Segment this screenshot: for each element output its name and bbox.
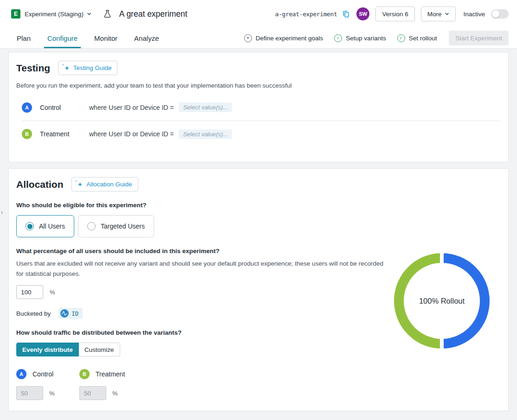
percent-sign: %	[49, 390, 55, 397]
segment-evenly-distribute[interactable]: Evenly distribute	[16, 343, 79, 356]
environment-badge: E	[11, 9, 20, 19]
flask-icon	[103, 9, 112, 19]
variant-name: Treatment	[96, 370, 125, 378]
testing-section-title: Testing	[16, 63, 50, 74]
environment-name: Experiment (Staging)	[25, 11, 84, 18]
radio-card-label: Targeted Users	[101, 223, 145, 230]
value-select-control[interactable]: Select value(s)...	[179, 102, 232, 112]
active-toggle[interactable]	[491, 9, 509, 19]
chevron-down-icon	[87, 12, 91, 16]
radio-selected-icon	[26, 222, 34, 230]
allocation-guide-label: Allocation Guide	[86, 181, 132, 188]
allocation-guide-button[interactable]: ✦+ Allocation Guide	[71, 177, 138, 191]
segment-customize[interactable]: Customize	[79, 343, 120, 356]
allocation-section: Allocation ✦+ Allocation Guide Who shoul…	[8, 168, 509, 411]
milestone-label: Set rollout	[409, 35, 437, 42]
version-button[interactable]: Version 6	[375, 6, 414, 21]
testing-row-control: A Control where User ID or Device ID = S…	[22, 94, 501, 121]
tab-configure[interactable]: Configure	[47, 28, 78, 48]
testing-guide-label: Testing Guide	[73, 64, 112, 71]
testing-section: Testing ✦+ Testing Guide Before you run …	[8, 52, 509, 162]
variant-badge-b: B	[22, 129, 32, 139]
milestone-label: Setup variants	[346, 35, 386, 42]
bucketed-by-chip-label: ID	[71, 310, 78, 317]
eligibility-question: Who should be eligible for this experime…	[16, 202, 501, 209]
more-button[interactable]: More	[421, 6, 456, 21]
tab-plan[interactable]: Plan	[17, 28, 31, 48]
variant-badge-a: A	[22, 102, 32, 113]
percent-sign: %	[50, 289, 55, 296]
radio-card-all-users[interactable]: All Users	[16, 215, 74, 237]
rollout-donut-chart: 100% Rollout	[394, 253, 490, 349]
testing-description: Before you run the experiment, add your …	[16, 82, 501, 89]
panel-expand-chevron-icon[interactable]: ›	[1, 209, 3, 216]
allocation-section-title: Allocation	[16, 179, 64, 190]
page-title: A great experiment	[119, 9, 187, 19]
treatment-allocation-input[interactable]	[79, 386, 106, 400]
milestone-setup-variants[interactable]: ✓ Setup variants	[334, 34, 386, 42]
radio-card-label: All Users	[39, 223, 65, 230]
variant-name: Control	[32, 370, 53, 378]
variant-name: Control	[40, 104, 89, 111]
condition-label: where User ID or Device ID =	[89, 104, 174, 111]
check-circle-icon: ✓	[334, 34, 342, 42]
condition-label: where User ID or Device ID =	[89, 130, 174, 138]
variant-badge-a: A	[16, 369, 26, 379]
tab-bar: Plan Configure Monitor Analyze ✕ Define …	[0, 28, 517, 49]
variant-name: Treatment	[40, 130, 89, 138]
variant-badge-b: B	[79, 369, 90, 379]
active-status-label: Inactive	[463, 11, 485, 18]
environment-selector[interactable]: E Experiment (Staging)	[11, 9, 91, 19]
milestone-label: Define experiment goals	[256, 35, 323, 42]
percent-sign: %	[112, 390, 118, 397]
radio-card-targeted-users[interactable]: Targeted Users	[78, 215, 154, 237]
bucketed-by-label: Bucketed by	[16, 310, 51, 317]
more-button-label: More	[427, 11, 442, 18]
sparkle-icon: ✦+	[64, 64, 70, 72]
sparkle-icon: ✦+	[78, 181, 83, 188]
testing-row-treatment: B Treatment where User ID or Device ID =…	[22, 121, 501, 147]
cross-circle-icon: ✕	[244, 34, 252, 42]
radio-unselected-icon	[87, 222, 96, 230]
tab-monitor[interactable]: Monitor	[94, 28, 117, 48]
milestone-define-goals[interactable]: ✕ Define experiment goals	[244, 34, 323, 42]
percentage-description: Users that are excluded will not receive…	[16, 259, 390, 279]
bucketed-by-chip[interactable]: ID	[58, 308, 83, 319]
check-circle-icon: ✓	[397, 34, 405, 42]
start-experiment-button[interactable]: Start Experiment	[449, 31, 509, 45]
copy-icon[interactable]	[342, 10, 350, 19]
milestone-set-rollout[interactable]: ✓ Set rollout	[397, 34, 437, 42]
amplitude-icon	[60, 309, 69, 318]
value-select-treatment[interactable]: Select value(s)...	[179, 129, 232, 139]
control-allocation-input[interactable]	[16, 386, 43, 400]
percentage-input[interactable]	[16, 285, 43, 299]
tab-analyze[interactable]: Analyze	[134, 28, 159, 48]
chevron-down-icon	[445, 12, 449, 16]
avatar[interactable]: SW	[356, 7, 369, 20]
rollout-donut-label: 100% Rollout	[394, 253, 490, 349]
experiment-slug: a-great-experiment	[275, 11, 337, 18]
testing-guide-button[interactable]: ✦+ Testing Guide	[58, 61, 117, 75]
app-header: E Experiment (Staging) A great experimen…	[0, 0, 517, 28]
